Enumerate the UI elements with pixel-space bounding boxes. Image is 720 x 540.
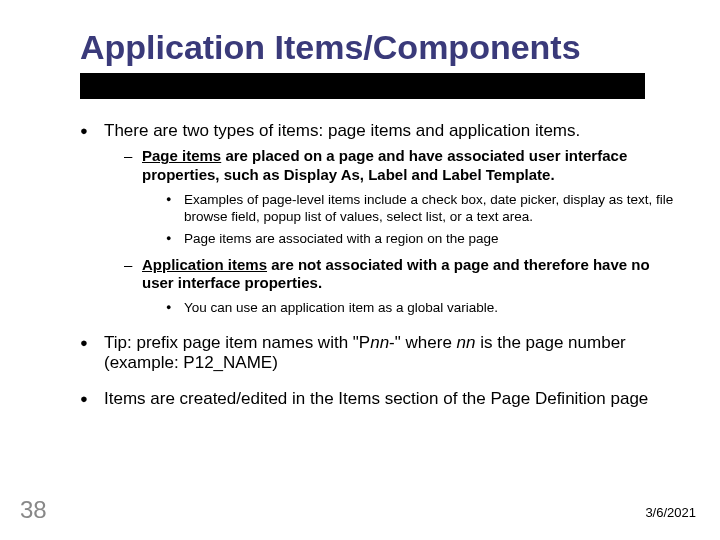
sub-bullet-page-items: Page items are placed on a page and have…: [124, 147, 680, 247]
tip-text-italic: nn: [457, 333, 476, 352]
bullet-list-level1: There are two types of items: page items…: [80, 121, 680, 410]
bullet-items-created: Items are created/edited in the Items se…: [80, 389, 680, 409]
tip-text-mid: -" where: [389, 333, 456, 352]
bullet-list-level3: Examples of page-level items include a c…: [142, 191, 680, 248]
tip-text-pre: Tip: prefix page item names with "P: [104, 333, 370, 352]
sub-sub-bullet: Page items are associated with a region …: [166, 230, 680, 248]
sub-sub-bullet: Examples of page-level items include a c…: [166, 191, 680, 226]
underlined-term: Page items: [142, 147, 221, 164]
page-number: 38: [20, 496, 47, 524]
title-underline: [80, 73, 645, 99]
bullet-list-level2: Page items are placed on a page and have…: [104, 147, 680, 316]
tip-text-italic: nn: [370, 333, 389, 352]
page-title: Application Items/Components: [80, 28, 680, 67]
bullet-item-types: There are two types of items: page items…: [80, 121, 680, 317]
slide-date: 3/6/2021: [645, 505, 696, 520]
underlined-term: Application items: [142, 256, 267, 273]
bullet-text: There are two types of items: page items…: [104, 121, 580, 140]
bullet-tip-prefix: Tip: prefix page item names with "Pnn-" …: [80, 333, 680, 374]
bullet-list-level3: You can use an application item as a glo…: [142, 299, 680, 317]
sub-bullet-application-items: Application items are not associated wit…: [124, 256, 680, 317]
sub-sub-bullet: You can use an application item as a glo…: [166, 299, 680, 317]
slide: Application Items/Components There are t…: [0, 0, 720, 540]
